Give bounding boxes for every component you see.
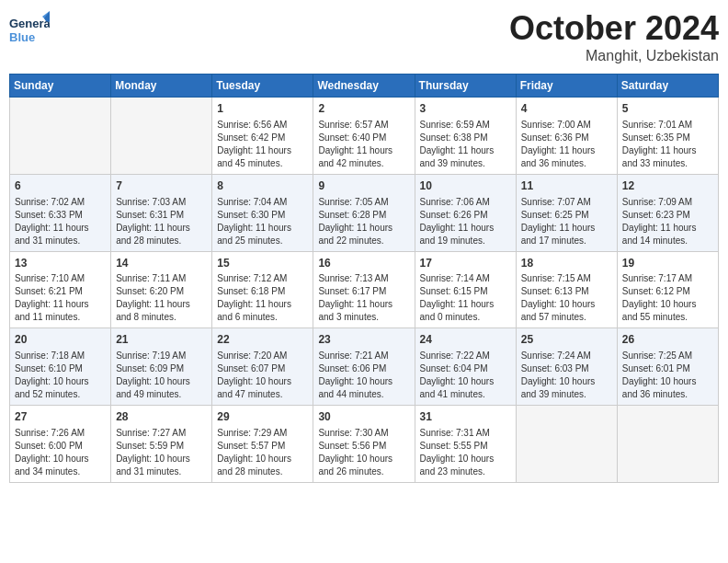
calendar-cell: 5Sunrise: 7:01 AM Sunset: 6:35 PM Daylig… <box>617 98 718 175</box>
calendar-cell: 31Sunrise: 7:31 AM Sunset: 5:55 PM Dayli… <box>415 406 516 483</box>
day-number: 7 <box>116 178 207 194</box>
day-info: Sunrise: 7:15 AM Sunset: 6:13 PM Dayligh… <box>521 272 612 324</box>
month-year: October 2024 <box>509 9 719 48</box>
day-info: Sunrise: 6:59 AM Sunset: 6:38 PM Dayligh… <box>420 119 511 170</box>
calendar-table: SundayMondayTuesdayWednesdayThursdayFrid… <box>9 74 719 483</box>
calendar-week-row: 27Sunrise: 7:26 AM Sunset: 6:00 PM Dayli… <box>10 406 719 483</box>
calendar-cell: 25Sunrise: 7:24 AM Sunset: 6:03 PM Dayli… <box>516 328 617 406</box>
calendar-cell: 16Sunrise: 7:13 AM Sunset: 6:17 PM Dayli… <box>313 251 415 328</box>
day-number: 23 <box>318 332 409 348</box>
day-number: 29 <box>217 409 308 425</box>
day-info: Sunrise: 7:12 AM Sunset: 6:18 PM Dayligh… <box>217 272 308 324</box>
day-info: Sunrise: 7:11 AM Sunset: 6:20 PM Dayligh… <box>116 272 207 324</box>
day-number: 22 <box>217 332 308 348</box>
day-info: Sunrise: 7:13 AM Sunset: 6:17 PM Dayligh… <box>318 272 409 324</box>
day-info: Sunrise: 7:14 AM Sunset: 6:15 PM Dayligh… <box>420 272 511 324</box>
day-info: Sunrise: 7:27 AM Sunset: 5:59 PM Dayligh… <box>116 427 207 478</box>
calendar-cell: 6Sunrise: 7:02 AM Sunset: 6:33 PM Daylig… <box>10 174 111 251</box>
calendar-cell: 23Sunrise: 7:21 AM Sunset: 6:06 PM Dayli… <box>313 328 415 406</box>
weekday-header-saturday: Saturday <box>617 75 718 98</box>
calendar-cell: 9Sunrise: 7:05 AM Sunset: 6:28 PM Daylig… <box>313 174 415 251</box>
day-number: 28 <box>116 409 207 425</box>
calendar-cell: 2Sunrise: 6:57 AM Sunset: 6:40 PM Daylig… <box>313 98 415 175</box>
calendar-cell: 27Sunrise: 7:26 AM Sunset: 6:00 PM Dayli… <box>10 406 111 483</box>
calendar-week-row: 1Sunrise: 6:56 AM Sunset: 6:42 PM Daylig… <box>10 98 719 175</box>
day-info: Sunrise: 7:00 AM Sunset: 6:36 PM Dayligh… <box>521 119 612 170</box>
calendar-cell: 28Sunrise: 7:27 AM Sunset: 5:59 PM Dayli… <box>111 406 212 483</box>
day-number: 6 <box>15 178 106 194</box>
day-info: Sunrise: 7:19 AM Sunset: 6:09 PM Dayligh… <box>116 350 207 401</box>
day-number: 17 <box>420 256 511 271</box>
weekday-header-tuesday: Tuesday <box>212 75 313 98</box>
day-number: 10 <box>420 178 511 194</box>
day-number: 14 <box>116 256 207 271</box>
day-number: 8 <box>217 178 308 194</box>
day-number: 16 <box>318 256 409 271</box>
calendar-cell: 12Sunrise: 7:09 AM Sunset: 6:23 PM Dayli… <box>617 174 718 251</box>
day-info: Sunrise: 7:07 AM Sunset: 6:25 PM Dayligh… <box>521 196 612 247</box>
calendar-cell: 26Sunrise: 7:25 AM Sunset: 6:01 PM Dayli… <box>617 328 718 406</box>
day-number: 19 <box>622 256 713 271</box>
day-info: Sunrise: 7:30 AM Sunset: 5:56 PM Dayligh… <box>318 427 409 478</box>
calendar-cell: 7Sunrise: 7:03 AM Sunset: 6:31 PM Daylig… <box>111 174 212 251</box>
calendar-cell <box>10 98 111 175</box>
logo: General Blue <box>9 9 50 50</box>
day-number: 21 <box>116 332 207 348</box>
day-info: Sunrise: 7:06 AM Sunset: 6:26 PM Dayligh… <box>420 196 511 247</box>
day-info: Sunrise: 7:22 AM Sunset: 6:04 PM Dayligh… <box>420 350 511 401</box>
weekday-header-wednesday: Wednesday <box>313 75 415 98</box>
calendar-cell: 8Sunrise: 7:04 AM Sunset: 6:30 PM Daylig… <box>212 174 313 251</box>
day-number: 18 <box>521 256 612 271</box>
calendar-cell: 17Sunrise: 7:14 AM Sunset: 6:15 PM Dayli… <box>415 251 516 328</box>
svg-text:General: General <box>9 17 50 30</box>
day-number: 9 <box>318 178 409 194</box>
calendar-cell: 21Sunrise: 7:19 AM Sunset: 6:09 PM Dayli… <box>111 328 212 406</box>
day-number: 1 <box>217 101 308 117</box>
calendar-week-row: 13Sunrise: 7:10 AM Sunset: 6:21 PM Dayli… <box>10 251 719 328</box>
day-info: Sunrise: 7:31 AM Sunset: 5:55 PM Dayligh… <box>420 427 511 478</box>
day-number: 15 <box>217 256 308 271</box>
day-number: 20 <box>15 332 106 348</box>
weekday-header-row: SundayMondayTuesdayWednesdayThursdayFrid… <box>10 75 719 98</box>
day-info: Sunrise: 7:21 AM Sunset: 6:06 PM Dayligh… <box>318 350 409 401</box>
calendar-cell: 4Sunrise: 7:00 AM Sunset: 6:36 PM Daylig… <box>516 98 617 175</box>
day-info: Sunrise: 7:29 AM Sunset: 5:57 PM Dayligh… <box>217 427 308 478</box>
calendar-cell: 13Sunrise: 7:10 AM Sunset: 6:21 PM Dayli… <box>10 251 111 328</box>
calendar-cell: 1Sunrise: 6:56 AM Sunset: 6:42 PM Daylig… <box>212 98 313 175</box>
day-info: Sunrise: 7:10 AM Sunset: 6:21 PM Dayligh… <box>15 272 106 324</box>
calendar-cell: 11Sunrise: 7:07 AM Sunset: 6:25 PM Dayli… <box>516 174 617 251</box>
day-number: 24 <box>420 332 511 348</box>
day-info: Sunrise: 7:24 AM Sunset: 6:03 PM Dayligh… <box>521 350 612 401</box>
day-info: Sunrise: 7:25 AM Sunset: 6:01 PM Dayligh… <box>622 350 713 401</box>
day-info: Sunrise: 7:18 AM Sunset: 6:10 PM Dayligh… <box>15 350 106 401</box>
day-number: 30 <box>318 409 409 425</box>
calendar-cell <box>111 98 212 175</box>
day-number: 11 <box>521 178 612 194</box>
svg-text:Blue: Blue <box>9 30 35 44</box>
day-number: 5 <box>622 101 713 117</box>
calendar-cell: 30Sunrise: 7:30 AM Sunset: 5:56 PM Dayli… <box>313 406 415 483</box>
calendar-cell: 10Sunrise: 7:06 AM Sunset: 6:26 PM Dayli… <box>415 174 516 251</box>
calendar-cell <box>516 406 617 483</box>
calendar-cell: 24Sunrise: 7:22 AM Sunset: 6:04 PM Dayli… <box>415 328 516 406</box>
weekday-header-thursday: Thursday <box>415 75 516 98</box>
day-info: Sunrise: 7:26 AM Sunset: 6:00 PM Dayligh… <box>15 427 106 478</box>
day-number: 31 <box>420 409 511 425</box>
weekday-header-monday: Monday <box>111 75 212 98</box>
day-number: 12 <box>622 178 713 194</box>
calendar-cell: 18Sunrise: 7:15 AM Sunset: 6:13 PM Dayli… <box>516 251 617 328</box>
day-number: 2 <box>318 101 409 117</box>
day-number: 3 <box>420 101 511 117</box>
calendar-cell: 15Sunrise: 7:12 AM Sunset: 6:18 PM Dayli… <box>212 251 313 328</box>
day-info: Sunrise: 7:02 AM Sunset: 6:33 PM Dayligh… <box>15 196 106 247</box>
calendar-week-row: 6Sunrise: 7:02 AM Sunset: 6:33 PM Daylig… <box>10 174 719 251</box>
day-info: Sunrise: 7:20 AM Sunset: 6:07 PM Dayligh… <box>217 350 308 401</box>
weekday-header-friday: Friday <box>516 75 617 98</box>
calendar-cell: 22Sunrise: 7:20 AM Sunset: 6:07 PM Dayli… <box>212 328 313 406</box>
day-number: 27 <box>15 409 106 425</box>
day-info: Sunrise: 7:17 AM Sunset: 6:12 PM Dayligh… <box>622 272 713 324</box>
day-info: Sunrise: 7:05 AM Sunset: 6:28 PM Dayligh… <box>318 196 409 247</box>
calendar-cell: 19Sunrise: 7:17 AM Sunset: 6:12 PM Dayli… <box>617 251 718 328</box>
calendar-cell: 20Sunrise: 7:18 AM Sunset: 6:10 PM Dayli… <box>10 328 111 406</box>
calendar-cell: 3Sunrise: 6:59 AM Sunset: 6:38 PM Daylig… <box>415 98 516 175</box>
